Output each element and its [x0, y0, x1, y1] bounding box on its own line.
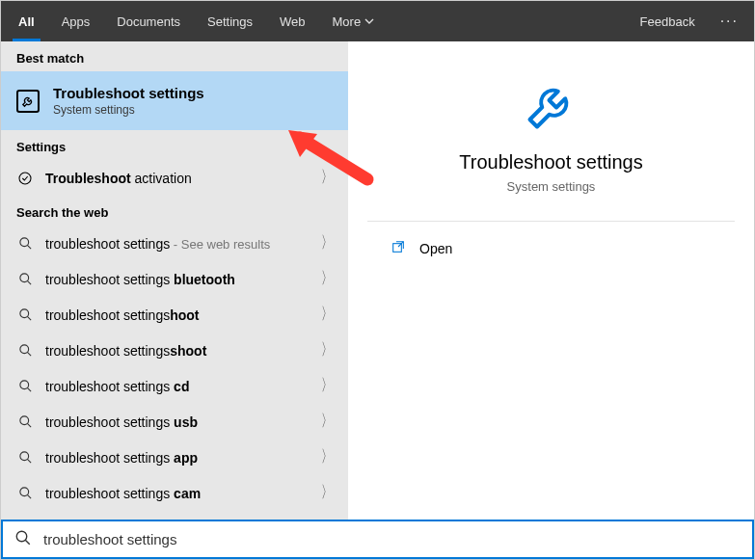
web-result-item[interactable]: troubleshoot settingsshoot〉 [1, 333, 348, 368]
more-options-button[interactable]: ··· [709, 13, 750, 30]
web-item-label: troubleshoot settingshoot [45, 307, 310, 323]
web-result-item[interactable]: troubleshoot settings app〉 [1, 440, 348, 475]
chevron-right-icon: 〉 [321, 411, 333, 434]
top-filter-bar: All Apps Documents Settings Web More Fee… [1, 1, 754, 41]
tab-label: Settings [207, 14, 253, 29]
svg-line-12 [27, 423, 31, 427]
tab-label: Documents [117, 14, 180, 29]
svg-point-9 [19, 381, 28, 389]
search-web-header: Search the web [1, 196, 348, 226]
chevron-right-icon: 〉 [321, 339, 333, 362]
settings-item-label: Troubleshoot activation [45, 171, 310, 186]
results-panel: Best match Troubleshoot settings System … [1, 41, 348, 520]
tab-settings[interactable]: Settings [194, 1, 266, 41]
tab-apps[interactable]: Apps [48, 1, 104, 41]
svg-line-16 [27, 494, 31, 498]
search-icon [16, 450, 34, 465]
web-item-label: troubleshoot settings cd [45, 379, 310, 394]
search-bar[interactable] [1, 520, 754, 559]
svg-line-8 [27, 352, 31, 356]
search-icon [16, 307, 34, 322]
settings-result-item[interactable]: Troubleshoot activation 〉 [1, 160, 348, 196]
svg-point-7 [19, 345, 28, 354]
svg-line-14 [27, 459, 31, 463]
web-item-label: troubleshoot settings - See web results [45, 236, 310, 252]
svg-point-0 [19, 173, 31, 184]
svg-point-18 [16, 531, 27, 542]
search-icon [16, 379, 34, 393]
open-label: Open [419, 241, 452, 256]
svg-point-11 [19, 416, 28, 425]
tab-all[interactable]: All [5, 1, 48, 41]
svg-line-10 [27, 387, 31, 391]
wrench-icon [348, 76, 754, 138]
checkmark-circle-icon [16, 171, 34, 186]
chevron-right-icon: 〉 [321, 167, 333, 190]
search-input[interactable] [43, 531, 741, 547]
chevron-right-icon: 〉 [321, 304, 333, 327]
web-result-item[interactable]: troubleshoot settingshoot〉 [1, 297, 348, 333]
web-item-label: troubleshoot settings app [45, 450, 310, 466]
chevron-down-icon [364, 14, 374, 29]
best-match-subtitle: System settings [53, 103, 204, 117]
open-icon [391, 239, 406, 257]
feedback-label: Feedback [640, 14, 695, 29]
svg-point-13 [19, 452, 28, 461]
web-item-label: troubleshoot settings bluetooth [45, 272, 310, 287]
search-icon [16, 236, 34, 251]
svg-line-19 [25, 540, 30, 545]
tab-label: Web [280, 14, 306, 29]
search-icon [16, 272, 34, 286]
tab-more[interactable]: More [319, 1, 389, 41]
ellipsis-icon: ··· [720, 13, 739, 29]
web-item-label: troubleshoot settingsshoot [45, 343, 310, 359]
web-result-item[interactable]: troubleshoot settings cd〉 [1, 368, 348, 404]
svg-point-15 [19, 488, 28, 496]
preview-panel: Troubleshoot settings System settings Op… [348, 41, 754, 520]
search-icon [16, 414, 34, 429]
troubleshoot-icon [16, 90, 40, 113]
svg-line-6 [27, 316, 31, 320]
chevron-right-icon: 〉 [321, 375, 333, 398]
web-result-item[interactable]: troubleshoot settings bluetooth〉 [1, 261, 348, 297]
feedback-link[interactable]: Feedback [627, 14, 709, 29]
svg-point-3 [19, 274, 28, 282]
chevron-right-icon: 〉 [321, 482, 333, 505]
web-item-label: troubleshoot settings cam [45, 486, 310, 501]
chevron-right-icon: 〉 [321, 446, 333, 469]
open-button[interactable]: Open [348, 222, 754, 275]
tab-documents[interactable]: Documents [103, 1, 194, 41]
search-icon [14, 529, 32, 550]
search-icon [16, 343, 34, 358]
search-icon [16, 486, 34, 500]
web-result-item[interactable]: troubleshoot settings cam〉 [1, 475, 348, 511]
web-item-label: troubleshoot settings usb [45, 414, 310, 430]
tab-label: More [333, 14, 362, 29]
svg-point-5 [19, 309, 28, 318]
chevron-right-icon: 〉 [321, 268, 333, 291]
settings-header: Settings [1, 130, 348, 160]
tab-label: Apps [62, 14, 91, 29]
chevron-right-icon: 〉 [321, 232, 333, 255]
web-result-item[interactable]: troubleshoot settings - See web results〉 [1, 226, 348, 261]
svg-line-4 [27, 280, 31, 284]
tab-label: All [18, 14, 35, 29]
preview-subtitle: System settings [348, 179, 754, 194]
svg-line-2 [27, 245, 31, 249]
best-match-header: Best match [1, 41, 348, 71]
svg-point-1 [19, 238, 28, 247]
best-match-item[interactable]: Troubleshoot settings System settings [1, 71, 348, 130]
best-match-title: Troubleshoot settings [53, 85, 204, 101]
tab-web[interactable]: Web [266, 1, 319, 41]
web-result-item[interactable]: troubleshoot settings usb〉 [1, 404, 348, 440]
preview-title: Troubleshoot settings [348, 151, 754, 173]
